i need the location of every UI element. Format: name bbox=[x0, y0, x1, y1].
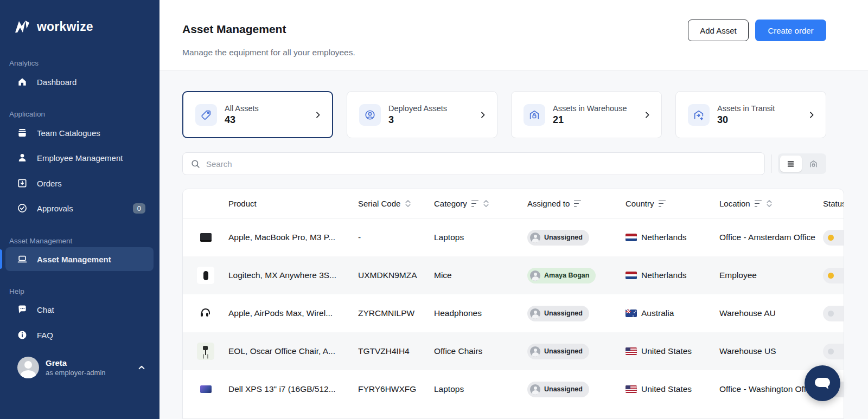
chevron-up-icon bbox=[137, 363, 146, 372]
chevron-right-icon bbox=[314, 111, 322, 119]
warehouse-view-button[interactable] bbox=[803, 156, 825, 172]
user-menu[interactable]: Greta as employer-admin bbox=[0, 350, 159, 385]
column-header-category[interactable]: Category bbox=[434, 199, 527, 208]
stat-label: All Assets bbox=[225, 104, 314, 113]
stat-card-all-assets[interactable]: All Assets 43 bbox=[182, 91, 333, 138]
stat-card-deployed-assets[interactable]: Deployed Assets 3 bbox=[347, 91, 497, 138]
list-view-icon bbox=[786, 159, 795, 169]
serial-code: TGTVZH4IH4 bbox=[358, 346, 434, 356]
home-icon bbox=[16, 76, 28, 88]
sort-icon[interactable] bbox=[483, 199, 489, 208]
status-dot-icon bbox=[828, 273, 834, 279]
stat-value: 30 bbox=[717, 114, 807, 126]
chat-launcher-button[interactable] bbox=[805, 365, 840, 401]
warehouse-transit-icon bbox=[688, 104, 710, 126]
serial-code: FYRY6HWXFG bbox=[358, 384, 434, 394]
column-header-location[interactable]: Location bbox=[719, 199, 823, 208]
status-badge bbox=[823, 344, 844, 359]
category: Office Chairs bbox=[434, 346, 527, 356]
serial-code: ZYRCMNILPW bbox=[358, 308, 434, 318]
avatar-icon bbox=[530, 233, 540, 243]
product-thumbnail bbox=[197, 267, 214, 284]
product-name: Apple, AirPods Max, Wirel... bbox=[228, 308, 358, 318]
logo-text: workwize bbox=[37, 20, 93, 34]
stat-value: 3 bbox=[388, 114, 478, 126]
active-indicator-bar bbox=[0, 249, 2, 269]
sort-icon[interactable] bbox=[766, 199, 773, 208]
sidebar-item-asset-management[interactable]: Asset Management bbox=[5, 247, 154, 271]
avatar-icon bbox=[530, 384, 540, 395]
sidebar-item-team-catalogues[interactable]: Team Catalogues bbox=[0, 121, 159, 145]
chat-bubble-icon bbox=[16, 304, 28, 315]
sidebar-item-employee-management[interactable]: Employee Management bbox=[0, 146, 159, 170]
search-input[interactable] bbox=[206, 159, 764, 169]
sidebar-item-faq[interactable]: FAQ bbox=[0, 323, 159, 347]
page-header: Asset Management Manage the equipment fo… bbox=[159, 0, 868, 71]
product-thumbnail bbox=[197, 305, 214, 322]
country-flag-icon bbox=[626, 272, 637, 279]
stat-label: Assets in Transit bbox=[717, 104, 807, 113]
category: Laptops bbox=[434, 384, 527, 394]
category: Laptops bbox=[434, 233, 527, 242]
product-name: Dell XPS 13" i7 (16GB/512... bbox=[228, 384, 358, 394]
status-dot-icon bbox=[828, 349, 834, 354]
stat-card-assets-in-transit[interactable]: Assets in Transit 30 bbox=[675, 91, 826, 138]
search-bar bbox=[182, 152, 765, 175]
product-name: Logitech, MX Anywhere 3S... bbox=[228, 270, 358, 280]
sidebar-item-chat[interactable]: Chat bbox=[0, 298, 159, 321]
workwize-logo: workwize bbox=[13, 18, 93, 35]
sidebar-item-label: Dashboard bbox=[37, 78, 76, 87]
table-header-row: Product Serial Code Category Assigned to… bbox=[183, 189, 844, 218]
divider bbox=[771, 154, 771, 173]
column-header-assigned-to[interactable]: Assigned to bbox=[527, 199, 626, 208]
approvals-count-badge: 0 bbox=[133, 203, 145, 214]
table-row[interactable]: Logitech, MX Anywhere 3S... UXMDKN9MZA M… bbox=[183, 256, 844, 294]
product-name: Apple, MacBook Pro, M3 P... bbox=[228, 233, 358, 242]
filter-icon[interactable] bbox=[755, 199, 762, 208]
product-thumbnail bbox=[197, 381, 214, 398]
check-circle-icon bbox=[16, 203, 28, 214]
country: United States bbox=[626, 384, 719, 394]
sidebar-item-label: Employee Management bbox=[37, 153, 123, 163]
sidebar-item-label: Approvals bbox=[37, 204, 73, 213]
list-view-button[interactable] bbox=[780, 156, 802, 172]
chevron-right-icon bbox=[643, 111, 652, 119]
add-asset-button[interactable]: Add Asset bbox=[688, 20, 749, 41]
table-row[interactable]: Dell XPS 13" i7 (16GB/512... FYRY6HWXFG … bbox=[183, 370, 844, 408]
filter-icon[interactable] bbox=[574, 199, 581, 208]
avatar-icon bbox=[530, 346, 540, 357]
filter-icon[interactable] bbox=[659, 199, 666, 208]
table-row[interactable]: Apple, AirPods Max, Wirel... ZYRCMNILPW … bbox=[183, 294, 844, 332]
category: Headphones bbox=[434, 308, 527, 318]
status-dot-icon bbox=[828, 235, 834, 241]
product-thumbnail bbox=[197, 229, 214, 246]
column-header-country[interactable]: Country bbox=[626, 199, 719, 208]
create-order-button[interactable]: Create order bbox=[755, 20, 826, 41]
country: Netherlands bbox=[626, 270, 719, 280]
chat-bubble-icon bbox=[813, 375, 832, 392]
sidebar-item-dashboard[interactable]: Dashboard bbox=[0, 70, 159, 94]
country-flag-icon bbox=[626, 347, 637, 355]
sidebar-item-orders[interactable]: Orders bbox=[0, 171, 159, 195]
country-flag-icon bbox=[626, 234, 637, 241]
section-label-application: Application bbox=[9, 110, 45, 118]
sidebar-item-approvals[interactable]: Approvals 0 bbox=[0, 196, 159, 220]
view-toggle bbox=[778, 153, 826, 174]
tag-icon bbox=[195, 104, 217, 126]
product-name: EOL, Oscar Office Chair, A... bbox=[228, 346, 358, 356]
sidebar-item-label: FAQ bbox=[37, 331, 53, 340]
table-row[interactable]: EOL, Oscar Office Chair, A... TGTVZH4IH4… bbox=[183, 332, 844, 370]
sidebar-item-label: Chat bbox=[37, 305, 54, 314]
user-name: Greta bbox=[46, 358, 137, 368]
filter-icon[interactable] bbox=[471, 199, 478, 208]
location: Employee bbox=[719, 270, 823, 280]
column-header-serial-code[interactable]: Serial Code bbox=[358, 199, 434, 208]
assigned-badge: Unassigned bbox=[527, 344, 589, 359]
country-flag-icon bbox=[626, 385, 637, 393]
user-role: as employer-admin bbox=[46, 369, 137, 377]
sort-icon[interactable] bbox=[405, 199, 411, 208]
assigned-badge: Unassigned bbox=[527, 230, 589, 246]
table-row[interactable]: Apple, MacBook Pro, M3 P... - Laptops Un… bbox=[183, 218, 844, 256]
stat-card-assets-in-warehouse[interactable]: Assets in Warehouse 21 bbox=[511, 91, 662, 138]
assigned-badge: Unassigned bbox=[527, 306, 589, 321]
